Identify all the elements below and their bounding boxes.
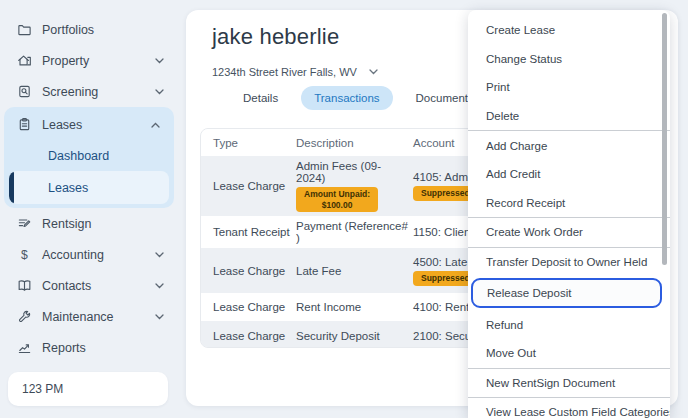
dollar-icon: $ [16,247,32,263]
sidebar-item-label: Portfolios [42,23,164,37]
description-text: Admin Fees (09-2024) [296,160,409,184]
menu-group: Create Work Order [468,217,670,247]
menu-group: View Lease Custom Field Categories [468,397,670,418]
sidebar-subitem-dashboard[interactable]: Dashboard [4,140,174,171]
chevron-down-icon [155,283,164,289]
menu-item-move-out[interactable]: Move Out [468,339,670,368]
menu-item-refund[interactable]: Refund [468,310,670,339]
type-cell: Lease Charge [213,326,296,346]
tab-details[interactable]: Details [230,86,291,110]
sidebar-footer-label: 123 PM [22,382,63,396]
menu-group: Transfer Deposit to Owner HeldRelease De… [468,247,670,368]
sidebar-item-label: Contacts [42,279,145,293]
description-text: Rent Income [296,301,361,313]
menu-group: New RentSign Document [468,368,670,398]
clipboard-icon [16,117,32,133]
sidebar-item-label: Screening [42,85,145,99]
menu-items: Create LeaseChange StatusPrintDeleteAdd … [468,16,670,418]
type-text: Lease Charge [213,265,285,277]
type-cell: Tenant Receipt [213,222,296,242]
sidebar-item-label: Accounting [42,248,145,262]
menu-item-create-work-order[interactable]: Create Work Order [468,218,670,247]
lease-actions-menu: Create LeaseChange StatusPrintDeleteAdd … [468,10,670,418]
menu-group: Create LeaseChange StatusPrintDelete [468,16,670,130]
type-text: Lease Charge [213,180,285,192]
sidebar-item-property[interactable]: Property [0,45,178,76]
menu-item-view-lease-custom-field-categories[interactable]: View Lease Custom Field Categories [468,398,670,418]
sidebar-item-rentsign[interactable]: Rentsign [0,208,178,239]
sidebar-item-label: Property [42,54,145,68]
menu-item-print[interactable]: Print [468,73,670,102]
wrench-icon [16,309,32,325]
sidebar-subitem-label: Dashboard [48,149,109,163]
description-text: Payment (Reference# ) [296,220,409,244]
sidebar-item-leases[interactable]: Leases [4,109,174,140]
menu-scrollbar[interactable] [662,13,667,265]
column-header-type: Type [213,137,296,149]
chevron-down-icon [155,252,164,258]
sidebar-group-leases: LeasesDashboardLeases [4,107,174,208]
sidebar-item-label: Rentsign [42,217,164,231]
menu-item-add-charge[interactable]: Add Charge [468,131,670,160]
description-cell: Security Deposit [296,326,413,346]
chevron-down-icon [155,314,164,320]
tab-transactions[interactable]: Transactions [301,86,392,110]
house-icon [16,53,32,69]
chevron-down-icon [155,58,164,64]
menu-item-new-rentsign-document[interactable]: New RentSign Document [468,369,670,398]
description-text: Late Fee [296,265,341,277]
sidebar-item-label: Leases [42,118,141,132]
menu-item-change-status[interactable]: Change Status [468,45,670,74]
type-text: Lease Charge [213,301,285,313]
menu-item-release-deposit[interactable]: Release Deposit [471,278,662,308]
sidebar-item-accounting[interactable]: $Accounting [0,239,178,270]
sidebar-subitem-leases[interactable]: Leases [9,171,169,204]
type-text: Tenant Receipt [213,226,290,238]
sidebar-item-contacts[interactable]: Contacts [0,270,178,301]
description-cell: Late Fee [296,261,413,281]
svg-text:$: $ [21,248,28,262]
description-cell: Payment (Reference# ) [296,216,413,248]
menu-group: Add ChargeAdd CreditRecord Receipt [468,130,670,217]
type-cell: Lease Charge [213,176,296,196]
sidebar-footer-time[interactable]: 123 PM [8,372,168,406]
sidebar-item-reports[interactable]: Reports [0,332,178,363]
sidebar-item-label: Maintenance [42,310,145,324]
description-cell: Admin Fees (09-2024)Amount Unpaid:$100.0… [296,156,413,216]
menu-item-add-credit[interactable]: Add Credit [468,160,670,189]
description-cell: Rent Income [296,297,413,317]
address-chevron-down-icon[interactable] [369,69,378,75]
signature-icon [16,216,32,232]
type-cell: Lease Charge [213,297,296,317]
book-icon [16,278,32,294]
menu-item-record-receipt[interactable]: Record Receipt [468,189,670,218]
folder-icon [16,22,32,38]
property-address: 1234th Street River Falls, WV [212,66,357,78]
sidebar-item-label: Reports [42,341,164,355]
chevron-up-icon [151,122,160,128]
doc-search-icon [16,84,32,100]
sidebar-subitem-label: Leases [48,181,88,195]
page-title: jake heberlie [212,24,339,50]
sidebar: PortfoliosPropertyScreeningLeasesDashboa… [0,0,178,418]
sidebar-item-screening[interactable]: Screening [0,76,178,107]
sidebar-item-maintenance[interactable]: Maintenance [0,301,178,332]
menu-item-create-lease[interactable]: Create Lease [468,16,670,45]
sidebar-nav: PortfoliosPropertyScreeningLeasesDashboa… [0,14,178,363]
description-text: Security Deposit [296,330,380,342]
menu-item-delete[interactable]: Delete [468,102,670,131]
sidebar-item-portfolios[interactable]: Portfolios [0,14,178,45]
menu-item-transfer-deposit-to-owner-held[interactable]: Transfer Deposit to Owner Held [468,248,670,277]
chevron-down-icon [155,89,164,95]
type-cell: Lease Charge [213,261,296,281]
chart-icon [16,340,32,356]
amount-unpaid-badge: Amount Unpaid:$100.00 [296,187,378,212]
column-header-description: Description [296,137,413,149]
type-text: Lease Charge [213,330,285,342]
